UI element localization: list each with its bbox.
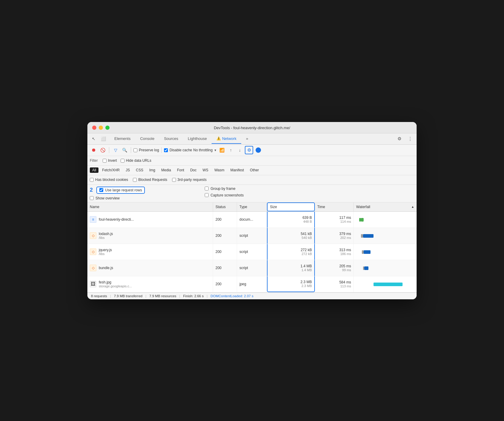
tab-lighthouse[interactable]: Lighthouse [183, 134, 212, 144]
disable-cache-checkbox[interactable] [164, 148, 168, 152]
img-icon: 🖼 [90, 281, 96, 287]
type-other[interactable]: Other [248, 167, 261, 173]
extra-filters-row: Has blocked cookies Blocked Requests 3rd… [87, 175, 417, 185]
third-party-label[interactable]: 3rd-party requests [172, 178, 207, 182]
network-settings-highlighted[interactable]: ⚙ [245, 146, 253, 154]
type-media[interactable]: Media [159, 167, 174, 173]
td-size-4: 2.3 MB 2.3 MB [267, 276, 315, 292]
doc-icon: ≡ [90, 216, 96, 223]
td-status-4: 200 [213, 276, 237, 292]
show-overview-checkbox[interactable] [90, 196, 94, 200]
annotation-badge-2: 2 [90, 187, 93, 193]
filter-icon[interactable]: ▽ [112, 146, 119, 154]
blocked-requests-label[interactable]: Blocked Requests [133, 178, 167, 182]
type-all[interactable]: All [90, 167, 98, 173]
capture-screenshots-checkbox[interactable] [205, 193, 209, 197]
tab-settings-area: ⚙ ⋮ [395, 135, 414, 143]
warning-icon: ⚠️ [216, 136, 221, 141]
sort-icon[interactable]: ▲ [411, 205, 414, 208]
finish-time: Finish: 2.66 s [183, 294, 204, 298]
td-name-3: ◇ bundle.js [87, 260, 213, 276]
td-time-2: 313 ms 186 ms [315, 244, 354, 260]
type-fetch-xhr[interactable]: Fetch/XHR [100, 167, 122, 173]
cursor-icon[interactable]: ↖ [90, 135, 98, 143]
hide-data-urls-label[interactable]: Hide data URLs [121, 158, 151, 163]
table-row[interactable]: ≡ foul-heavenly-directi... 200 docum... … [87, 212, 417, 228]
type-ws[interactable]: WS [200, 167, 211, 173]
type-img[interactable]: Img [147, 167, 158, 173]
td-time-4: 584 ms 113 ms [315, 276, 354, 292]
preserve-log-checkbox[interactable] [133, 148, 137, 152]
td-status-1: 200 [213, 228, 237, 244]
td-name-0: ≡ foul-heavenly-directi... [87, 212, 213, 228]
td-waterfall-3 [354, 260, 417, 276]
td-status-0: 200 [213, 212, 237, 228]
th-size: Size [267, 202, 315, 211]
invert-label[interactable]: Invert [103, 158, 117, 163]
has-blocked-cookies-checkbox[interactable] [90, 178, 94, 182]
has-blocked-cookies-label[interactable]: Has blocked cookies [90, 178, 128, 182]
throttle-arrow-icon[interactable]: ▼ [214, 149, 217, 152]
group-by-frame-row[interactable]: Group by frame [205, 187, 244, 191]
more-options-icon[interactable]: ⋮ [406, 135, 414, 143]
td-status-2: 200 [213, 244, 237, 260]
table-row[interactable]: 🖼 fesh.jpg storage.googleapis.c... 200 j… [87, 276, 417, 292]
download-icon[interactable]: ↓ [236, 146, 244, 154]
settings-col-right: Group by frame Capture screenshots [205, 187, 244, 200]
type-manifest[interactable]: Manifest [228, 167, 246, 173]
td-type-4: jpeg [237, 276, 267, 292]
record-button[interactable]: ⏺ [90, 146, 98, 154]
script-icon: ◇ [90, 232, 96, 239]
wifi-icon[interactable]: 📶 [218, 146, 226, 154]
resources-size: 7.9 MB resources [149, 294, 176, 298]
type-font[interactable]: Font [174, 167, 186, 173]
td-name-4: 🖼 fesh.jpg storage.googleapis.c... [87, 276, 213, 292]
blocked-requests-checkbox[interactable] [133, 178, 137, 182]
tab-network[interactable]: ⚠️ Network [212, 134, 241, 144]
use-large-request-rows-row[interactable]: Use large request rows [96, 187, 145, 194]
tab-elements[interactable]: Elements [110, 134, 135, 144]
type-css[interactable]: CSS [133, 167, 146, 173]
show-overview-row[interactable]: Show overview [90, 196, 145, 200]
td-name-2: ◇ jquery.js /libs [87, 244, 213, 260]
disable-cache-label[interactable]: Disable cache [164, 148, 192, 152]
maximize-button[interactable] [105, 126, 110, 130]
tab-sources[interactable]: Sources [159, 134, 183, 144]
preserve-log-label[interactable]: Preserve log [133, 148, 159, 152]
invert-checkbox[interactable] [103, 159, 107, 163]
script-icon: ◇ [90, 248, 96, 255]
td-type-1: script [237, 228, 267, 244]
type-wasm[interactable]: Wasm [212, 167, 227, 173]
throttle-select-wrap: No throttling ▼ [193, 148, 217, 152]
type-js[interactable]: JS [123, 167, 132, 173]
close-button[interactable] [92, 126, 96, 130]
inspector-icon[interactable]: ⬜ [99, 135, 107, 143]
minimize-button[interactable] [99, 126, 103, 130]
network-toolbar: ⏺ 🚫 ▽ 🔍 Preserve log Disable cache No th… [87, 145, 417, 156]
use-large-request-rows-checkbox[interactable] [99, 188, 103, 192]
th-time: Time [315, 202, 354, 211]
capture-screenshots-row[interactable]: Capture screenshots [205, 193, 244, 197]
group-by-frame-checkbox[interactable] [205, 187, 209, 190]
separator-2 [131, 147, 131, 153]
td-size-2: 272 kB 272 kB [267, 244, 315, 260]
script-icon: ◇ [90, 265, 96, 271]
tab-console[interactable]: Console [135, 134, 159, 144]
hide-data-urls-checkbox[interactable] [121, 159, 125, 163]
td-type-3: script [237, 260, 267, 276]
type-doc[interactable]: Doc [188, 167, 199, 173]
third-party-checkbox[interactable] [172, 178, 176, 182]
search-icon[interactable]: 🔍 [121, 146, 128, 154]
table-row[interactable]: ◇ jquery.js /libs 200 script 272 kB 272 … [87, 244, 417, 260]
tab-more[interactable]: » [241, 134, 253, 144]
filter-row: Filter Invert Hide data URLs [87, 156, 417, 166]
table-row[interactable]: ◇ bundle.js 200 script 1.4 MB 1.4 MB [87, 260, 417, 276]
settings-icon[interactable]: ⚙ [395, 135, 403, 143]
table-body: ≡ foul-heavenly-directi... 200 docum... … [87, 212, 417, 292]
stop-icon[interactable]: 🚫 [99, 146, 107, 154]
dom-content-loaded: DOMContentLoaded: 2.07 s [210, 294, 253, 298]
upload-icon[interactable]: ↑ [227, 146, 235, 154]
td-waterfall-2 [354, 244, 417, 260]
requests-count: 8 requests [91, 294, 107, 298]
table-row[interactable]: ◇ lodash.js /libs 200 script 541 kB 540 … [87, 228, 417, 244]
